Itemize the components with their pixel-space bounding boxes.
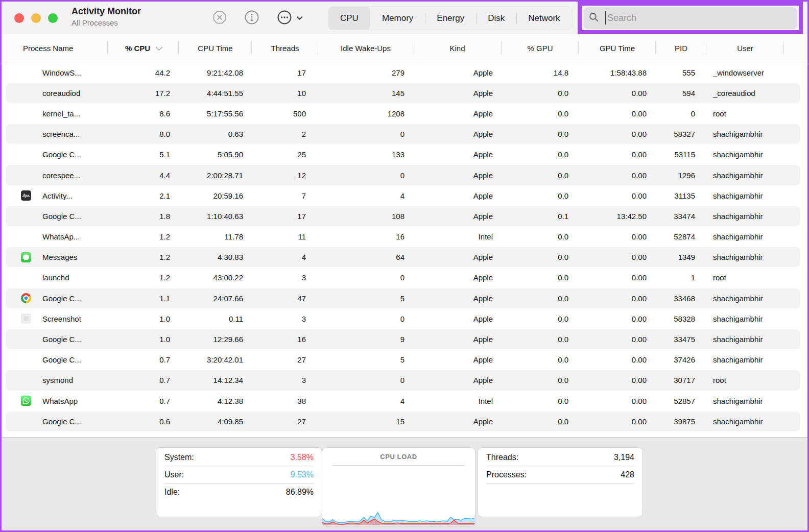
cell-user: root (706, 273, 784, 282)
window-subtitle: All Processes (72, 18, 141, 27)
column-header-threads[interactable]: Threads (252, 34, 318, 62)
app-icon-placeholder (21, 334, 31, 345)
column-header-cpu[interactable]: % CPU (108, 34, 179, 62)
table-row[interactable]: WindowS...44.29:21:42.0817279Apple14.81:… (2, 62, 807, 83)
app-icon-placeholder (21, 375, 31, 385)
column-header-idle-wake-ups[interactable]: Idle Wake-Ups (318, 34, 413, 62)
table-row[interactable]: Screenshot1.00.1130Apple0.00.0058328shac… (2, 308, 807, 329)
cell-process-name: Messages (2, 252, 108, 262)
table-row[interactable]: Google C...5.15:05.9025133Apple0.00.0053… (2, 144, 807, 165)
stat-row-user: User:9.53% (164, 466, 314, 483)
process-name: Google C... (42, 355, 81, 364)
cell-process-name: launchd (2, 273, 108, 283)
cell-pid: 53115 (656, 150, 706, 159)
process-table: WindowS...44.29:21:42.0817279Apple14.81:… (2, 62, 807, 437)
app-icon-placeholder (21, 88, 31, 98)
cell-kind: Apple (413, 335, 502, 344)
cell-process-name: Google C... (2, 150, 108, 160)
table-row[interactable]: WhatsAp...1.211.781116Intel0.00.0052874s… (2, 227, 807, 247)
cell-gpu-time: 0.00 (579, 315, 656, 323)
column-header-user[interactable]: User (706, 34, 784, 62)
search-input[interactable] (606, 13, 792, 23)
process-name: corespee... (42, 171, 80, 180)
table-row[interactable]: corespee...4.42:00:28.71120Apple0.00.001… (2, 165, 807, 185)
stop-process-button[interactable] (211, 10, 228, 26)
cell-pid: 52857 (656, 397, 706, 405)
cell-process-name: Screenshot (2, 313, 108, 324)
table-row[interactable]: kernel_ta...8.65:17:55.565001208Apple0.0… (2, 103, 807, 124)
table-row[interactable]: Google C...1.012:29.66169Apple0.00.00334… (2, 329, 807, 349)
tab-cpu[interactable]: CPU (328, 7, 370, 30)
table-row[interactable]: sysmond0.714:12.3430Apple0.00.0030717roo… (2, 370, 807, 391)
table-row[interactable]: coreaudiod17.24:44:51.5510145Apple0.00.0… (2, 83, 807, 103)
cell-user: shachigambhir (706, 355, 784, 364)
cell-process-name: Google C... (2, 355, 108, 365)
cell-kind: Apple (413, 417, 502, 426)
stat-label: System: (164, 453, 194, 462)
column-header-gpu-time[interactable]: GPU Time (579, 34, 656, 62)
whatsapp-icon (21, 396, 31, 406)
cell-kind: Apple (413, 253, 502, 261)
inspect-process-button[interactable] (244, 10, 260, 26)
cell-user: shachigambhir (706, 315, 784, 323)
info-icon (244, 9, 260, 27)
chevron-down-icon[interactable] (296, 14, 303, 24)
cell-gpu: 0.0 (502, 315, 579, 323)
table-row[interactable]: Activity...2.120:59.1674Apple0.00.003113… (2, 185, 807, 206)
close-window-button[interactable] (14, 13, 24, 23)
cell-gpu: 0.0 (502, 335, 579, 344)
cell-gpu-time: 0.00 (579, 171, 656, 180)
tab-energy[interactable]: Energy (425, 7, 476, 30)
cell-gpu-time: 0.00 (579, 376, 656, 384)
process-name: Google C... (42, 335, 81, 344)
cell-user: shachigambhir (706, 335, 784, 344)
cell-threads: 17 (252, 68, 318, 77)
process-name: Google C... (42, 294, 81, 303)
column-header-pid[interactable]: PID (656, 34, 706, 62)
table-row[interactable]: Google C...1.124:07.66475Apple0.00.00334… (2, 288, 807, 308)
cell-process-name: WhatsAp... (2, 232, 108, 242)
column-header-gpu[interactable]: % GPU (502, 34, 579, 62)
table-row[interactable]: Google C...0.73:20:42.01275Apple0.00.003… (2, 350, 807, 370)
tab-disk[interactable]: Disk (476, 7, 516, 30)
cell-gpu-time: 0.00 (579, 191, 656, 200)
table-row[interactable]: WhatsApp0.74:12.38384Intel0.00.0052857sh… (2, 391, 807, 411)
table-row[interactable]: Messages1.24:30.83464Apple0.00.001349sha… (2, 247, 807, 268)
tab-memory[interactable]: Memory (370, 7, 425, 30)
more-options-button[interactable] (276, 10, 293, 26)
app-icon-placeholder (21, 273, 31, 283)
cell-gpu-time: 0.00 (579, 253, 656, 261)
table-row[interactable]: Google C...0.64:09.852715Apple0.00.00398… (2, 411, 807, 431)
cell-gpu-time: 0.00 (579, 89, 656, 98)
cell-user: root (706, 376, 784, 384)
cell-threads: 3 (252, 273, 318, 282)
zoom-window-button[interactable] (48, 13, 58, 23)
app-icon-placeholder (21, 150, 31, 160)
cell-cpu: 0.7 (108, 376, 179, 384)
cell-kind: Apple (413, 273, 502, 282)
process-name: Google C... (42, 150, 81, 159)
cell-idle-wake-ups: 133 (318, 150, 413, 159)
cell-gpu: 0.1 (502, 212, 579, 221)
cell-kind: Apple (413, 68, 502, 77)
cell-cpu: 2.1 (108, 191, 179, 200)
minimize-window-button[interactable] (31, 13, 41, 23)
column-header-cpu-time[interactable]: CPU Time (179, 34, 252, 62)
cell-gpu-time: 0.00 (579, 417, 656, 426)
column-header-kind[interactable]: Kind (413, 34, 502, 62)
search-field[interactable] (583, 7, 797, 29)
cell-gpu: 0.0 (502, 397, 579, 405)
cell-kind: Apple (413, 89, 502, 98)
column-header-process-name[interactable]: Process Name (2, 34, 108, 62)
table-row[interactable]: Google C...1.81:10:40.6317108Apple0.113:… (2, 206, 807, 226)
cell-process-name: WhatsApp (2, 396, 108, 406)
cell-user: shachigambhir (706, 150, 784, 159)
table-row[interactable]: screenca...8.00.6320Apple0.00.0058327sha… (2, 124, 807, 144)
cell-process-name: Google C... (2, 211, 108, 221)
cell-pid: 33475 (656, 335, 706, 344)
cell-process-name: Google C... (2, 293, 108, 303)
tab-network[interactable]: Network (516, 7, 572, 30)
cell-threads: 7 (252, 191, 318, 200)
table-row[interactable]: launchd1.243:00.2230Apple0.00.001root (2, 268, 807, 288)
cpu-load-divider (332, 465, 465, 466)
